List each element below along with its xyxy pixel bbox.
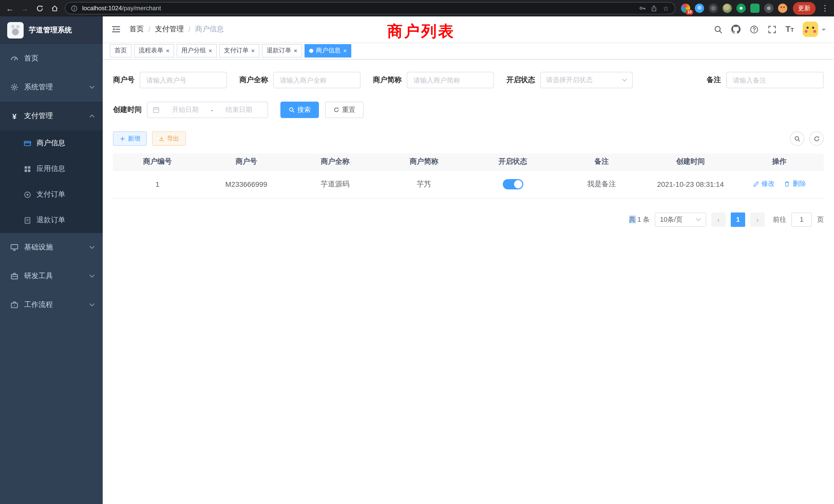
- merchant-no-input[interactable]: [140, 72, 227, 88]
- page-size-select[interactable]: 10条/页: [655, 212, 706, 227]
- page-number-button[interactable]: 1: [731, 212, 745, 227]
- extensions-row: 10: [681, 4, 787, 13]
- tab-label: 支付订单: [224, 46, 248, 55]
- status-toggle[interactable]: [503, 179, 523, 189]
- breadcrumb-item-home[interactable]: 首页: [129, 25, 144, 34]
- font-size-icon[interactable]: TT: [786, 25, 794, 34]
- search-icon[interactable]: [714, 25, 723, 34]
- close-icon[interactable]: ×: [208, 47, 212, 54]
- tab-process-form[interactable]: 流程表单×: [134, 44, 174, 57]
- github-icon[interactable]: [731, 25, 741, 34]
- page-annotation: 商户列表: [387, 21, 455, 42]
- tab-refund-order[interactable]: 退款订单×: [262, 44, 302, 57]
- filter-full-name: 商户全称: [239, 72, 360, 88]
- reload-icon[interactable]: [35, 4, 44, 13]
- col-full-name: 商户全称: [291, 154, 379, 170]
- document-icon: [24, 216, 31, 224]
- share-icon[interactable]: [650, 4, 658, 12]
- sidebar-item-payment[interactable]: ¥ 支付管理: [0, 101, 103, 130]
- short-name-input[interactable]: [407, 72, 494, 88]
- reset-button[interactable]: 重置: [325, 101, 364, 118]
- extension-emoji-icon[interactable]: [778, 4, 787, 13]
- trash-icon: [784, 181, 791, 187]
- home-icon[interactable]: [50, 4, 59, 13]
- prev-page-button[interactable]: ‹: [711, 212, 726, 227]
- status-select-placeholder: 请选择开启状态: [546, 75, 593, 85]
- help-icon[interactable]: [749, 25, 759, 34]
- sidebar-item-infra[interactable]: 基础设施: [0, 233, 103, 262]
- fullscreen-icon[interactable]: [768, 25, 777, 34]
- status-select[interactable]: 请选择开启状态: [540, 72, 633, 88]
- close-icon[interactable]: ×: [251, 47, 255, 54]
- filter-short-name: 商户简称: [373, 72, 494, 88]
- full-name-input[interactable]: [273, 72, 360, 88]
- browser-update-button[interactable]: 更新: [793, 2, 815, 15]
- extension-green-circle-icon[interactable]: [737, 4, 746, 13]
- sidebar-item-app-info[interactable]: 应用信息: [0, 156, 103, 182]
- short-name-label: 商户简称: [373, 75, 401, 85]
- extension-dark-icon[interactable]: [709, 4, 718, 13]
- sidebar-item-pay-order[interactable]: 支付订单: [0, 182, 103, 207]
- page-unit-label: 页: [817, 215, 824, 224]
- bookmark-star-icon[interactable]: ☆: [662, 4, 670, 12]
- remark-input[interactable]: [726, 72, 824, 88]
- edit-button[interactable]: 修改: [753, 179, 775, 189]
- sidebar-item-workflow[interactable]: 工作流程: [0, 291, 103, 319]
- extension-colorwheel-icon[interactable]: 10: [681, 4, 690, 13]
- delete-button[interactable]: 删除: [784, 179, 806, 189]
- extensions-puzzle-icon[interactable]: [764, 4, 773, 13]
- sidebar-item-refund-order[interactable]: 退款订单: [0, 207, 103, 233]
- forward-icon[interactable]: →: [20, 4, 29, 13]
- toggle-search-button[interactable]: [790, 131, 804, 146]
- tab-user-group[interactable]: 用户分组×: [177, 44, 217, 57]
- close-icon[interactable]: ×: [343, 47, 347, 54]
- user-avatar-menu[interactable]: [803, 22, 826, 37]
- search-button-label: 搜索: [297, 105, 311, 114]
- info-icon[interactable]: [70, 4, 78, 12]
- chevron-down-icon: [89, 246, 94, 249]
- breadcrumb-separator: /: [148, 25, 151, 33]
- sidebar-item-devtools[interactable]: 研发工具: [0, 262, 103, 291]
- add-button[interactable]: 新增: [113, 131, 147, 146]
- url-text[interactable]: localhost:1024/pay/merchant: [82, 5, 634, 12]
- url-bar[interactable]: localhost:1024/pay/merchant ☆: [65, 2, 675, 14]
- pagination-total: 共 1 条: [629, 215, 650, 224]
- key-icon[interactable]: [638, 4, 646, 12]
- pagination-total-selected: 共: [629, 215, 636, 223]
- breadcrumb-item-current: 商户信息: [195, 25, 224, 34]
- grid-icon: [24, 165, 31, 173]
- pagination-total-rest: 1 条: [637, 215, 650, 223]
- next-page-button[interactable]: ›: [750, 212, 765, 227]
- date-end-placeholder[interactable]: 结束日期: [215, 105, 262, 114]
- tab-home[interactable]: 首页: [110, 44, 131, 57]
- search-button[interactable]: 搜索: [280, 101, 319, 118]
- back-icon[interactable]: ←: [5, 4, 14, 13]
- sidebar-item-merchant-info[interactable]: 商户信息: [0, 130, 103, 156]
- breadcrumb-item-payment[interactable]: 支付管理: [155, 25, 184, 34]
- chevron-down-icon: [89, 275, 94, 278]
- tab-label: 用户分组: [181, 46, 206, 55]
- target-icon: [24, 191, 31, 198]
- edit-button-label: 修改: [761, 179, 775, 189]
- sidebar-item-home[interactable]: 首页: [0, 44, 103, 73]
- close-icon[interactable]: ×: [294, 47, 297, 54]
- refresh-button[interactable]: [809, 131, 824, 146]
- close-icon[interactable]: ×: [166, 47, 170, 54]
- export-button[interactable]: 导出: [152, 131, 186, 146]
- extension-green-square-icon[interactable]: [750, 4, 760, 13]
- date-range-picker[interactable]: 开始日期 - 结束日期: [147, 101, 268, 118]
- browser-menu-icon[interactable]: ⋮: [821, 4, 829, 13]
- goto-page-input[interactable]: [791, 212, 812, 227]
- sidebar-item-system[interactable]: 系统管理: [0, 73, 103, 101]
- chevron-down-icon: [89, 303, 94, 306]
- sidebar-fold-icon[interactable]: [111, 24, 121, 35]
- extension-avatar-icon[interactable]: [723, 4, 732, 13]
- date-separator: -: [211, 106, 213, 114]
- cell-merchant-no: M233666999: [202, 170, 291, 198]
- tab-pay-order[interactable]: 支付订单×: [219, 44, 259, 57]
- url-path: /pay/merchant: [122, 5, 161, 12]
- extension-blue-icon[interactable]: [695, 4, 704, 13]
- date-start-placeholder[interactable]: 开始日期: [162, 105, 209, 114]
- tab-merchant-info[interactable]: 商户信息×: [305, 44, 351, 57]
- sidebar-logo[interactable]: 芋道管理系统: [0, 17, 103, 44]
